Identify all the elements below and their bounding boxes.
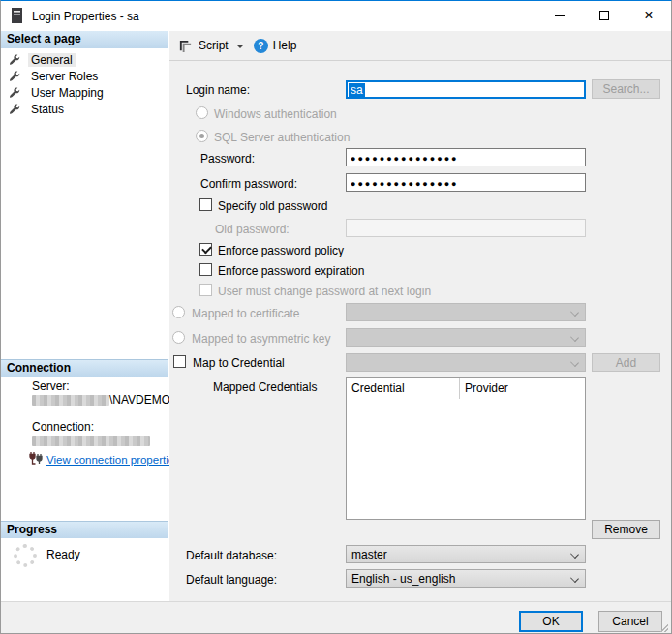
confirm-password-dots: ●●●●●●●●●●●●●●● (347, 174, 585, 189)
default-database-combo[interactable]: master (346, 545, 586, 563)
old-password-input (346, 219, 586, 237)
server-label: Server: (32, 379, 70, 393)
map-credential-checkbox[interactable] (173, 355, 186, 368)
help-icon: ? (254, 39, 268, 53)
mapped-credentials-table[interactable]: Credential Provider (346, 377, 586, 520)
default-language-combo[interactable]: English - us_english (346, 569, 586, 588)
enforce-expiration-checkbox[interactable] (199, 263, 212, 276)
maximize-button[interactable] (582, 1, 626, 30)
must-change-password-label: User must change password at next login (218, 285, 431, 298)
credential-combo (346, 353, 586, 372)
minimize-button[interactable] (537, 1, 582, 30)
connection-label: Connection: (32, 420, 94, 434)
app-icon (11, 8, 23, 24)
cancel-button[interactable]: Cancel (598, 611, 662, 632)
remove-button[interactable]: Remove (592, 520, 660, 539)
title-bar[interactable]: Login Properties - sa × (1, 1, 671, 31)
help-button[interactable]: Help (273, 39, 297, 52)
default-database-value: master (351, 548, 387, 561)
redacted-server-name (32, 395, 109, 406)
footer-bar: OK Cancel (1, 601, 671, 634)
enforce-expiration-label: Enforce password expiration (218, 264, 364, 278)
mapped-asymmetric-radio (172, 331, 185, 344)
default-language-label: Default language: (186, 573, 277, 587)
map-credential-label: Map to Credential (193, 356, 285, 370)
specify-old-password-checkbox[interactable] (199, 198, 212, 211)
confirm-password-input[interactable]: ●●●●●●●●●●●●●●● (346, 173, 586, 192)
sidebar-item-label: User Mapping (28, 86, 107, 100)
server-value: \NAVDEMO (32, 393, 170, 407)
sidebar-item-label: General (28, 53, 76, 67)
sidebar-item-label: Status (28, 103, 67, 116)
default-database-label: Default database: (186, 549, 277, 562)
mapped-credentials-label: Mapped Credentials (213, 380, 317, 394)
chevron-down-icon (570, 574, 579, 583)
table-header-row: Credential Provider (347, 378, 585, 399)
specify-old-password-label: Specify old password (218, 199, 327, 213)
login-name-selected-text: sa (349, 83, 365, 97)
view-connection-properties-link[interactable]: View connection properties (46, 454, 180, 466)
sidebar-item-label: Server Roles (28, 70, 101, 83)
progress-spinner-icon (14, 544, 37, 567)
sql-auth-radio (196, 130, 208, 142)
mapped-certificate-radio (172, 306, 185, 318)
old-password-label: Old password: (215, 223, 290, 236)
chevron-down-icon (570, 333, 579, 342)
password-input[interactable]: ●●●●●●●●●●●●●●● (346, 148, 586, 166)
connection-properties-icon (28, 452, 44, 466)
windows-auth-label: Windows authentication (214, 107, 337, 121)
window-title: Login Properties - sa (32, 10, 139, 23)
redacted-connection-name (32, 436, 150, 446)
script-dropdown-icon[interactable] (236, 45, 244, 48)
sidebar-item-server-roles[interactable]: Server Roles (9, 69, 168, 84)
sidebar-item-general[interactable]: General (9, 52, 168, 68)
sidebar-item-status[interactable]: Status (9, 102, 168, 117)
script-button[interactable]: Script (199, 39, 229, 52)
chevron-down-icon (570, 550, 579, 559)
login-properties-dialog: Login Properties - sa × Select a page Ge… (0, 0, 672, 634)
maximize-icon (599, 11, 609, 20)
asymmetric-key-combo (346, 328, 586, 347)
sidebar-item-user-mapping[interactable]: User Mapping (9, 85, 168, 101)
sidebar: Select a page General Server Roles User … (1, 31, 168, 601)
resize-grip[interactable] (660, 624, 668, 632)
progress-header: Progress (1, 521, 168, 538)
connection-header: Connection (1, 359, 168, 377)
enforce-policy-checkbox[interactable] (199, 243, 212, 256)
close-icon: × (644, 8, 653, 23)
mapped-certificate-label: Mapped to certificate (192, 307, 299, 320)
must-change-password-checkbox (199, 284, 212, 296)
default-language-value: English - us_english (351, 572, 455, 586)
progress-status: Ready (46, 548, 80, 561)
wrench-icon (9, 87, 21, 100)
password-label: Password: (200, 152, 255, 166)
login-name-label: Login name: (186, 83, 250, 97)
script-icon (178, 39, 193, 53)
wrench-icon (9, 71, 21, 83)
add-button: Add (592, 353, 660, 372)
password-dots: ●●●●●●●●●●●●●●● (347, 149, 585, 164)
connection-value (32, 434, 150, 447)
chevron-down-icon (570, 358, 579, 367)
windows-auth-radio (196, 106, 208, 119)
login-name-input[interactable]: sa (346, 80, 586, 99)
toolbar: Script ? Help (169, 31, 671, 61)
column-header-provider: Provider (460, 378, 508, 399)
minimize-icon (555, 15, 565, 16)
enforce-policy-label: Enforce password policy (218, 244, 344, 257)
close-button[interactable]: × (626, 1, 671, 30)
confirm-password-label: Confirm password: (200, 177, 297, 191)
wrench-icon (9, 54, 21, 67)
select-a-page-header: Select a page (1, 31, 168, 48)
wrench-icon (9, 104, 21, 116)
chevron-down-icon (570, 308, 579, 317)
ok-button[interactable]: OK (519, 611, 583, 632)
search-button: Search... (592, 79, 660, 99)
column-header-credential: Credential (347, 378, 460, 399)
mapped-asymmetric-label: Mapped to asymmetric key (192, 332, 330, 346)
certificate-combo (346, 303, 586, 321)
sql-auth-label: SQL Server authentication (214, 131, 350, 144)
